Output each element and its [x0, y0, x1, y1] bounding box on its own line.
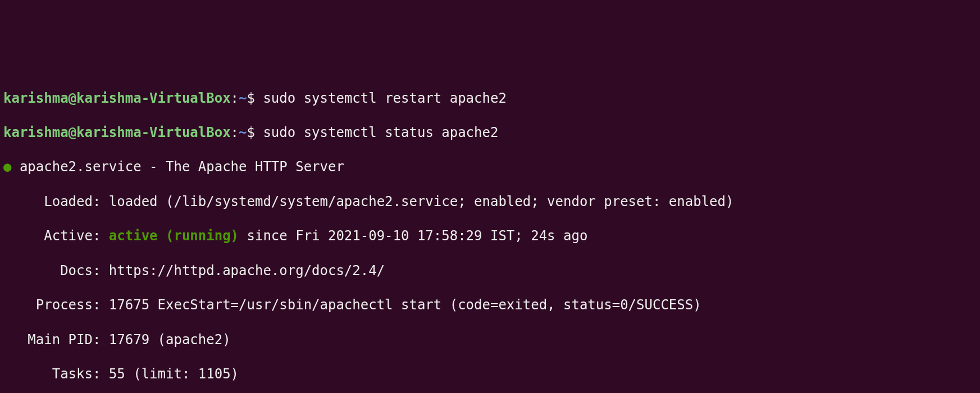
prompt-path: ~ [239, 125, 247, 140]
space [255, 90, 263, 106]
active-line: Active: active (running) since Fri 2021-… [3, 227, 976, 245]
prompt-sep: : [231, 125, 239, 140]
prompt-user: karishma@karishma-VirtualBox [3, 125, 231, 140]
docs-label: Docs: [3, 263, 109, 278]
active-state: active (running) [109, 228, 239, 244]
prompt-sign: $ [247, 125, 254, 140]
mainpid-line: Main PID: 17679 (apache2) [3, 331, 976, 349]
process-label: Process: [3, 297, 109, 313]
loaded-value: loaded (/lib/systemd/system/apache2.serv… [109, 194, 734, 209]
prompt-sign: $ [247, 90, 254, 106]
docs-line: Docs: https://httpd.apache.org/docs/2.4/ [3, 262, 976, 280]
active-rest: since Fri 2021-09-10 17:58:29 IST; 24s a… [239, 228, 587, 244]
prompt-sep: : [231, 90, 239, 106]
process-line: Process: 17675 ExecStart=/usr/sbin/apach… [3, 296, 976, 314]
tasks-value: 55 (limit: 1105) [109, 366, 239, 382]
mainpid-label: Main PID: [3, 332, 109, 348]
status-dot-icon: ● [3, 159, 11, 175]
prompt-user: karishma@karishma-VirtualBox [3, 90, 231, 106]
command-1: sudo systemctl restart apache2 [263, 90, 506, 106]
loaded-label: Loaded: [3, 194, 109, 209]
mainpid-value: 17679 (apache2) [109, 332, 231, 348]
prompt-path: ~ [239, 90, 247, 106]
process-value: 17675 ExecStart=/usr/sbin/apachectl star… [109, 297, 701, 313]
space [11, 159, 19, 175]
space [255, 125, 263, 140]
tasks-label: Tasks: [3, 366, 109, 382]
service-title: apache2.service - The Apache HTTP Server [20, 159, 344, 175]
active-label: Active: [3, 228, 109, 244]
prompt-line-1[interactable]: karishma@karishma-VirtualBox:~$ sudo sys… [3, 90, 976, 107]
docs-value: https://httpd.apache.org/docs/2.4/ [109, 263, 385, 278]
command-2: sudo systemctl status apache2 [263, 125, 498, 140]
service-header: ● apache2.service - The Apache HTTP Serv… [3, 158, 976, 176]
loaded-line: Loaded: loaded (/lib/systemd/system/apac… [3, 193, 976, 211]
tasks-line: Tasks: 55 (limit: 1105) [3, 365, 976, 383]
prompt-line-2[interactable]: karishma@karishma-VirtualBox:~$ sudo sys… [3, 124, 976, 141]
